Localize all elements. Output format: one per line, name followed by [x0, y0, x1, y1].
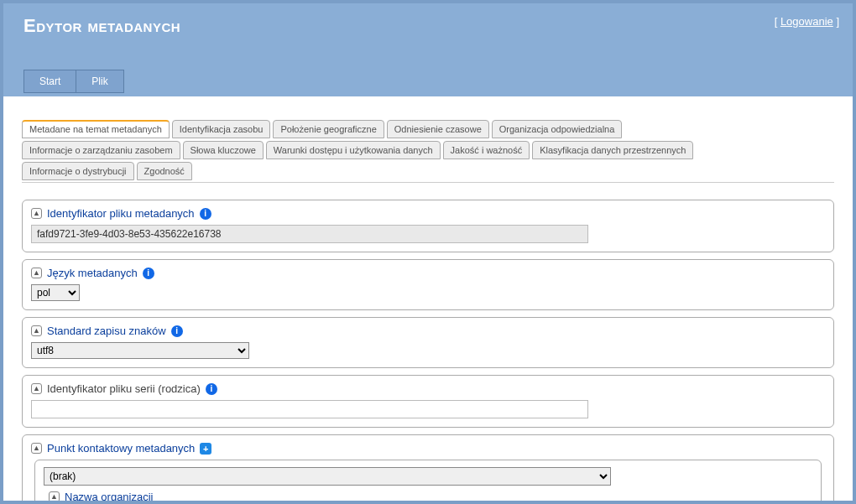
field-parent-id: ▲ Identyfikator pliku serii (rodzica) i: [22, 375, 834, 428]
menu-plik[interactable]: Plik: [76, 70, 123, 93]
field-header: ▲ Identyfikator pliku serii (rodzica) i: [31, 382, 825, 395]
info-icon[interactable]: i: [206, 383, 217, 395]
tab-panel: ▲ Identyfikator pliku metadanych i ▲ Jęz…: [22, 182, 834, 504]
tab-organizacja[interactable]: Organizacja odpowiedzialna: [492, 120, 623, 138]
info-icon[interactable]: i: [171, 325, 183, 337]
field-file-id: ▲ Identyfikator pliku metadanych i: [22, 200, 834, 252]
contact-nested2: ▲ Nazwa organizacji: [44, 491, 812, 503]
tab-warunki[interactable]: Warunki dostępu i użytkowania danych: [266, 141, 441, 159]
add-icon[interactable]: +: [200, 443, 211, 455]
field-header: ▲ Identyfikator pliku metadanych i: [31, 207, 825, 220]
collapse-icon[interactable]: ▲: [31, 208, 42, 219]
org-name-label: Nazwa organizacji: [65, 491, 154, 503]
field-contact: ▲ Punkt kontaktowy metadanych + (brak) ▲…: [22, 434, 834, 504]
app-header: Edytor metadanych [ Logowanie ] Start Pl…: [3, 3, 853, 96]
app-title: Edytor metadanych: [3, 3, 853, 37]
app-frame: Edytor metadanych [ Logowanie ] Start Pl…: [0, 0, 856, 504]
tab-zgodnosc[interactable]: Zgodność: [137, 162, 192, 180]
collapse-icon[interactable]: ▲: [31, 325, 42, 336]
collapse-icon[interactable]: ▲: [49, 491, 60, 502]
field-label: Punkt kontaktowy metadanych: [47, 442, 195, 455]
tab-klasyfikacja[interactable]: Klasyfikacja danych przestrzennych: [532, 141, 693, 159]
menubar: Start Plik: [23, 70, 124, 93]
content-area: Metadane na temat metadanych Identyfikac…: [3, 96, 853, 504]
tab-row-1: Metadane na temat metadanych Identyfikac…: [22, 120, 834, 138]
tab-identyfikacja[interactable]: Identyfikacja zasobu: [172, 120, 271, 138]
field-label: Język metadanych: [47, 267, 138, 279]
login-link[interactable]: Logowanie: [780, 15, 833, 28]
field-language: ▲ Język metadanych i pol: [22, 259, 834, 310]
field-label: Identyfikator pliku serii (rodzica): [47, 382, 201, 395]
field-header: ▲ Punkt kontaktowy metadanych +: [31, 442, 825, 455]
field-header: ▲ Język metadanych i: [31, 267, 825, 279]
field-charset: ▲ Standard zapisu znaków i utf8: [22, 317, 834, 368]
charset-select[interactable]: utf8: [31, 342, 249, 359]
tab-row-2: Informacje o zarządzaniu zasobem Słowa k…: [22, 141, 834, 159]
info-icon[interactable]: i: [200, 208, 211, 220]
contact-nested: (brak) ▲ Nazwa organizacji: [34, 460, 822, 504]
tab-polozenie[interactable]: Położenie geograficzne: [273, 120, 384, 138]
info-icon[interactable]: i: [143, 268, 154, 279]
field-header: ▲ Nazwa organizacji: [49, 491, 812, 503]
tab-metadane[interactable]: Metadane na temat metadanych: [22, 120, 170, 138]
tab-odniesienie[interactable]: Odniesienie czasowe: [387, 120, 489, 138]
collapse-icon[interactable]: ▲: [31, 383, 42, 394]
tab-dystrybucja[interactable]: Informacje o dystrybucji: [22, 162, 134, 180]
tab-slowa-kluczowe[interactable]: Słowa kluczowe: [183, 141, 264, 159]
collapse-icon[interactable]: ▲: [31, 268, 42, 278]
tab-row-3: Informacje o dystrybucji Zgodność: [22, 162, 834, 180]
language-select[interactable]: pol: [31, 284, 80, 301]
field-label: Standard zapisu znaków: [47, 325, 166, 337]
file-id-input: [31, 225, 588, 243]
contact-select[interactable]: (brak): [44, 467, 611, 486]
parent-id-input[interactable]: [31, 400, 588, 418]
field-header: ▲ Standard zapisu znaków i: [31, 325, 825, 337]
field-label: Identyfikator pliku metadanych: [47, 207, 195, 220]
menu-start[interactable]: Start: [23, 70, 76, 93]
login-area: [ Logowanie ]: [775, 15, 839, 28]
collapse-icon[interactable]: ▲: [31, 443, 42, 454]
tab-jakosc[interactable]: Jakość i ważność: [443, 141, 530, 159]
tab-zarzadzanie[interactable]: Informacje o zarządzaniu zasobem: [22, 141, 180, 159]
